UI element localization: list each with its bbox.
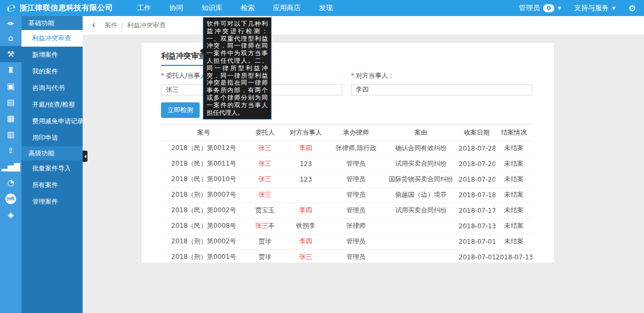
collapse-arrows-icon[interactable]: ◀▶ xyxy=(0,16,21,30)
nav-collaboration[interactable]: 协同 xyxy=(160,0,192,16)
lawyer-cell: 管理员 xyxy=(328,172,384,187)
sidebar-collapse-handle[interactable] xyxy=(83,151,87,162)
settings-gear-icon[interactable]: ⚙ xyxy=(628,3,636,13)
case-no-cell: 2018（民）第0008号 xyxy=(161,218,246,234)
matched-name: 张三 xyxy=(259,175,272,183)
table-column-header: 收案日期 xyxy=(458,124,495,140)
top-bar: ℮ 浙江律联信息科技有限公司 工作协同知识库检索应用商店发现 管理员 0 ▼ 支… xyxy=(0,0,644,16)
nav-knowledge[interactable]: 知识库 xyxy=(192,0,231,16)
lawyer-cell: 管理员 xyxy=(328,249,384,265)
matched-name: 李四 xyxy=(299,206,312,214)
cube-icon[interactable]: ◈ xyxy=(0,207,21,223)
table-row[interactable]: 2018（刑）第0007号张三管理员偷越国（边）境罪2018-07-18未结案 xyxy=(161,187,532,203)
accept-date-cell: 2018-07-13 xyxy=(458,218,495,234)
table-column-header: 对方当事人 xyxy=(283,124,328,140)
accept-date-cell: 2018-07-01 xyxy=(458,234,495,249)
detect-now-button[interactable]: 立即检测 xyxy=(161,102,200,118)
client-cell: 张三丰 xyxy=(246,218,283,234)
table-column-header: 承办律师 xyxy=(328,124,384,140)
breadcrumb-separator: / xyxy=(121,22,123,29)
nav-work[interactable]: 工作 xyxy=(128,0,160,16)
client-cell: 贾宝玉 xyxy=(246,203,283,218)
user-name: 管理员 xyxy=(519,3,540,13)
matched-name: 张三 xyxy=(259,160,272,167)
close-status-cell: 未结案 xyxy=(495,140,532,156)
id-card-icon[interactable]: ▤ xyxy=(0,94,21,110)
breadcrumb-item-cases[interactable]: 案件 xyxy=(105,21,118,30)
home-icon[interactable]: ⌂ xyxy=(0,30,21,46)
table-row[interactable]: 2018（民）第0012号张三李四张律师,陈行政确认合同有效纠纷2018-07-… xyxy=(161,140,532,156)
accept-date-cell: 2018-07-18 xyxy=(458,187,495,203)
table-row[interactable]: 2018（刑）第0002号贾珍李四管理员2018-07-01未结案 xyxy=(161,234,532,249)
sidebar-item-conflict-review[interactable]: 利益冲突审查 xyxy=(21,30,83,47)
table-row[interactable]: 2018（民）第0002号贾宝玉李四管理员试用买卖合同纠纷2018-07-17未… xyxy=(161,203,532,218)
nav-discover[interactable]: 发现 xyxy=(310,0,342,16)
top-bar-right: 管理员 0 ▼ 支持与服务 ▼ ⚙ xyxy=(519,3,644,13)
lawyer-cell: 管理员 xyxy=(328,234,384,249)
opponent-cell: 铁拐李 xyxy=(283,218,328,234)
required-asterisk: * xyxy=(161,72,164,79)
cause-cell: 国际货物买卖合同纠纷 xyxy=(384,172,458,187)
case-no-cell: 2018（刑）第0002号 xyxy=(161,234,246,249)
gavel-case-icon[interactable]: ⚒ xyxy=(0,46,21,62)
opponent-cell xyxy=(283,187,328,203)
nav-search[interactable]: 检索 xyxy=(231,0,264,16)
table-row[interactable]: 2018（民）第0010号张三123管理员国际货物买卖合同纠纷2018-07-2… xyxy=(161,172,532,187)
lawyer-cell: 张律师,陈行政 xyxy=(328,140,384,156)
matched-name: 张三 xyxy=(299,253,312,260)
sidebar-item-all-cases[interactable]: 所有案件 xyxy=(21,177,83,193)
table-column-header: 委托人 xyxy=(246,124,283,140)
sidebar-menu: 基础功能利益冲突审查新增案件我的案件咨询与代书开庭/侦查/检察费用减免申请记录用… xyxy=(21,16,83,313)
close-status-cell: 未结案 xyxy=(495,187,532,203)
sidebar-item-manage-cases[interactable]: 管理案件 xyxy=(21,193,83,210)
case-no-cell: 2018（刑）第0001号 xyxy=(161,249,246,265)
conflict-info-tooltip: 软件可对以下几种利益冲突进行检测：一、双重代理型利益冲突，同一律师在同一案件中为… xyxy=(203,17,272,120)
sidebar-item-fee-waiver[interactable]: 费用减免申请记录 xyxy=(21,113,83,130)
upload-box-icon[interactable]: ⇪ xyxy=(0,143,21,159)
stamp-icon[interactable]: ♜ xyxy=(0,62,21,78)
sidebar-section-header[interactable]: 基础功能 xyxy=(21,16,83,30)
name-text: 123 xyxy=(299,176,312,183)
table-row[interactable]: 2018（刑）第0001号贾珍张三管理员2018-07-012018-07-13 xyxy=(161,249,532,265)
cause-cell xyxy=(384,249,458,265)
table-row[interactable]: 2018（民）第0008号张三丰铁拐李张律师2018-07-13未结案 xyxy=(161,218,532,234)
close-status-cell: 未结案 xyxy=(495,218,532,234)
support-menu[interactable]: 支持与服务 ▼ xyxy=(574,3,616,13)
name-text: 贾珍 xyxy=(259,253,272,260)
client-cell: 张三 xyxy=(246,172,283,187)
hr-icon[interactable]: HR xyxy=(0,191,21,207)
client-cell: 张三 xyxy=(246,140,283,156)
case-no-cell: 2018（民）第0002号 xyxy=(161,203,246,218)
close-status-cell: 2018-07-13 xyxy=(495,249,532,265)
table-row[interactable]: 2018（民）第0011号张三123管理员试用买卖合同纠纷2018-07-20未… xyxy=(161,156,532,172)
opponent-input[interactable] xyxy=(351,84,532,95)
nav-app-store[interactable]: 应用商店 xyxy=(264,0,310,16)
sidebar-item-hearing[interactable]: 开庭/侦查/检察 xyxy=(21,96,83,113)
sidebar-item-seal-request[interactable]: 用印申请 xyxy=(21,130,83,146)
briefcase-icon[interactable]: ▣ xyxy=(0,78,21,94)
accept-date-cell: 2018-07-01 xyxy=(458,249,495,265)
pie-slides-icon[interactable]: ◔ xyxy=(0,175,21,191)
sidebar-item-new-case[interactable]: 新增案件 xyxy=(21,47,83,63)
sidebar-item-my-cases[interactable]: 我的案件 xyxy=(21,63,83,80)
chevron-left-icon xyxy=(83,155,86,158)
name-text: 铁拐李 xyxy=(296,222,316,229)
bar-chart-icon[interactable]: ▂▅▇ xyxy=(0,159,21,175)
cause-cell xyxy=(384,234,458,249)
back-chevron-icon[interactable]: ‹ xyxy=(92,20,96,29)
matched-name: 李四 xyxy=(299,144,312,152)
table-header-row: 案号委托人对方当事人承办律师案由收案日期结案情况 xyxy=(161,124,532,140)
library-books-icon[interactable]: ▥ xyxy=(0,126,21,143)
company-logo-icon: ℮ xyxy=(5,2,16,13)
cause-cell: 确认合同有效纠纷 xyxy=(384,140,458,156)
sidebar-item-batch-import[interactable]: 批量案件导入 xyxy=(21,160,83,177)
client-cell: 张三 xyxy=(246,187,283,203)
sidebar-section-header[interactable]: 高级功能 xyxy=(21,146,83,160)
close-status-cell: 未结案 xyxy=(495,203,532,218)
sidebar-item-consult-draft[interactable]: 咨询与代书 xyxy=(21,80,83,96)
apps-grid-icon[interactable]: ▦ xyxy=(0,110,21,126)
table-column-header: 案由 xyxy=(384,124,458,140)
user-menu[interactable]: 管理员 0 ▼ xyxy=(519,3,561,13)
matched-name: 张三 xyxy=(259,191,272,198)
tab-conflict-review[interactable]: 利益冲突审查 xyxy=(161,51,206,66)
